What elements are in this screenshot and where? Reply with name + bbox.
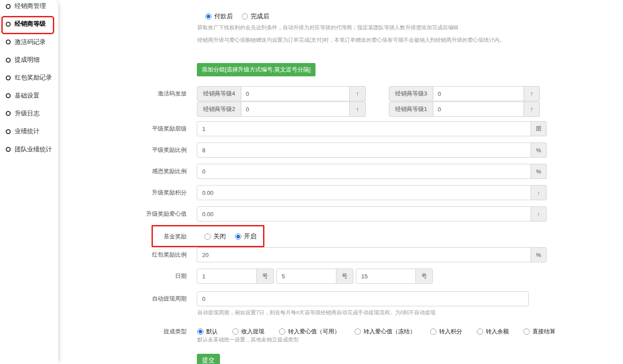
radio-commission-points[interactable]: 转入积分	[430, 328, 462, 336]
radio-icon[interactable]	[235, 233, 241, 240]
auto-withdraw-label: 自动提现周期	[67, 295, 187, 302]
stepper-up-icon[interactable]: ↑	[524, 86, 540, 101]
sidebar-item-label: 提成明细	[15, 56, 40, 64]
radio-icon[interactable]	[242, 13, 248, 20]
upgrade-love-input[interactable]	[197, 206, 531, 222]
sidebar-item-activation-code-records[interactable]: 激活码记录	[0, 33, 58, 51]
activation-group-3-input[interactable]	[433, 86, 524, 101]
activation-label: 激活码发放	[67, 90, 187, 97]
radio-after-completion[interactable]: 完成后	[242, 12, 269, 20]
radio-commission-direct-settlement[interactable]: 直接结算	[523, 328, 555, 336]
stepper-up-icon[interactable]: ↑	[531, 185, 547, 200]
date-group-3: 号	[356, 269, 433, 284]
radio-icon[interactable]	[477, 328, 483, 335]
stepper-up-icon[interactable]: ↑	[350, 102, 366, 117]
radio-icon[interactable]	[523, 328, 530, 335]
sidebar-item-upgrade-log[interactable]: 升级日志	[0, 105, 58, 123]
circle-icon	[6, 93, 11, 98]
sidebar-menu: 经销商管理 经销商等级 激活码记录 提成明细 红包奖励记录 基础设置 升级日志	[0, 0, 58, 158]
sidebar-item-dealer-level[interactable]: 经销商等级	[0, 15, 58, 33]
circle-icon	[6, 111, 11, 116]
date-input-2[interactable]	[276, 269, 336, 284]
commission-type-radios: 默认 收入提现 转入爱心值（可用） 转入爱心值（冻结） 转入积分 转入余额 直接…	[197, 328, 555, 336]
radio-fund-on[interactable]: 开启	[235, 233, 256, 241]
sidebar-item-label: 升级日志	[15, 110, 40, 118]
add-group-button[interactable]: 添加分组[选择升级方式编号,英文逗号分隔]	[197, 63, 315, 76]
sidebar-item-performance-stats[interactable]: 业绩统计	[0, 123, 58, 140]
activation-group-3-name: 经销商等级3	[389, 86, 433, 101]
radio-commission-income-withdraw[interactable]: 收入提现	[232, 328, 264, 336]
redpacket-ratio-input[interactable]	[197, 247, 531, 262]
submit-button[interactable]: 提交	[197, 354, 220, 364]
circle-icon	[6, 40, 11, 44]
sidebar-item-redpacket-records[interactable]: 红包奖励记录	[0, 69, 58, 87]
radio-commission-balance[interactable]: 转入余额	[477, 328, 509, 336]
upgrade-mode-radios: 付款后 完成后	[205, 12, 269, 20]
auto-withdraw-help: 自动提现周期，例如设置7日，则在每月每n天该等级经销商自动完成手动提现流程。为0…	[197, 309, 435, 317]
activation-group-2-name: 经销商等级2	[197, 102, 241, 117]
radio-icon[interactable]	[204, 233, 211, 240]
commission-type-label: 提成类型	[67, 328, 187, 335]
activation-group-2-input[interactable]	[241, 102, 350, 117]
upgrade-points-input[interactable]	[197, 185, 531, 200]
circle-icon	[6, 22, 11, 27]
unit-addon: %	[531, 142, 547, 158]
radio-icon[interactable]	[232, 328, 239, 335]
circle-icon	[6, 129, 11, 134]
radio-label: 关闭	[213, 233, 226, 241]
sidebar-item-basic-settings[interactable]: 基础设置	[0, 87, 58, 104]
activation-group-4-input[interactable]	[241, 86, 350, 101]
commission-type-help: 默认走基础统一设置，其他走独立提成类型	[197, 336, 299, 344]
grateful-ratio-label: 感恩奖励比例	[67, 168, 187, 175]
radio-commission-default[interactable]: 默认	[197, 328, 218, 336]
upgrade-help-2: 经销商升级与爱心值购物赠送均设置为订单完成(支付)时，本笔订单赠送的爱心值有可能…	[197, 36, 505, 44]
activation-group-2: 经销商等级2 ↑	[197, 102, 366, 117]
radio-fund-off[interactable]: 关闭	[204, 233, 226, 241]
peer-ratio-input[interactable]	[197, 142, 531, 158]
activation-group-4-name: 经销商等级4	[197, 86, 241, 101]
date-input-1[interactable]	[197, 269, 257, 284]
radio-commission-love-frozen[interactable]: 转入爱心值（冻结）	[355, 328, 415, 336]
sidebar-item-team-performance-stats[interactable]: 团队业绩统计	[0, 140, 58, 158]
peer-ratio-row: %	[197, 142, 547, 158]
date-label: 日期	[67, 273, 187, 280]
radio-icon[interactable]	[430, 328, 436, 335]
stepper-up-icon[interactable]: ↑	[350, 86, 366, 101]
radio-label: 转入积分	[439, 328, 462, 336]
upgrade-love-label: 升级奖励爱心值	[67, 210, 187, 218]
sidebar-item-label: 基础设置	[15, 92, 40, 100]
radio-icon[interactable]	[197, 328, 204, 335]
date-input-3[interactable]	[356, 269, 416, 284]
upgrade-help-1: 获取推广下线权利的会员达到条件，自动升级为对应等级的代理商；指定某团队等级人数升…	[197, 24, 459, 32]
radio-commission-love-available[interactable]: 转入爱心值（可用）	[279, 328, 340, 336]
radio-after-payment[interactable]: 付款后	[205, 12, 233, 20]
peer-level-row: 层	[197, 121, 547, 136]
radio-label: 转入爱心值（可用）	[288, 328, 340, 336]
grateful-ratio-input[interactable]	[197, 164, 531, 179]
radio-label: 完成后	[251, 12, 269, 20]
peer-level-label: 平级奖励层级	[67, 125, 187, 132]
activation-group-3: 经销商等级3 ↑	[389, 86, 540, 101]
sidebar-item-label: 红包奖励记录	[15, 74, 52, 82]
unit-addon: 号	[336, 269, 353, 284]
peer-level-input[interactable]	[197, 121, 531, 136]
peer-ratio-label: 平级奖励比例	[67, 146, 187, 154]
sidebar: 经销商管理 经销商等级 激活码记录 提成明细 红包奖励记录 基础设置 升级日志	[0, 0, 58, 364]
radio-label: 转入爱心值（冻结）	[363, 328, 415, 336]
sidebar-item-label: 经销商等级	[15, 20, 46, 28]
grateful-ratio-row: %	[197, 164, 547, 179]
radio-label: 转入余额	[486, 328, 509, 336]
radio-label: 直接结算	[532, 328, 555, 336]
sidebar-item-dealer-management[interactable]: 经销商管理	[0, 0, 58, 15]
activation-group-1-input[interactable]	[433, 102, 524, 117]
redpacket-ratio-label: 红包奖励比例	[67, 251, 187, 258]
radio-icon[interactable]	[355, 328, 361, 335]
radio-icon[interactable]	[205, 13, 212, 20]
stepper-up-icon[interactable]: ↑	[524, 102, 540, 117]
stepper-up-icon[interactable]: ↑	[531, 206, 547, 222]
radio-icon[interactable]	[279, 328, 285, 335]
sidebar-item-label: 经销商管理	[15, 2, 46, 10]
auto-withdraw-input[interactable]	[197, 291, 529, 306]
date-group-2: 号	[276, 269, 353, 284]
sidebar-item-commission-details[interactable]: 提成明细	[0, 51, 58, 69]
